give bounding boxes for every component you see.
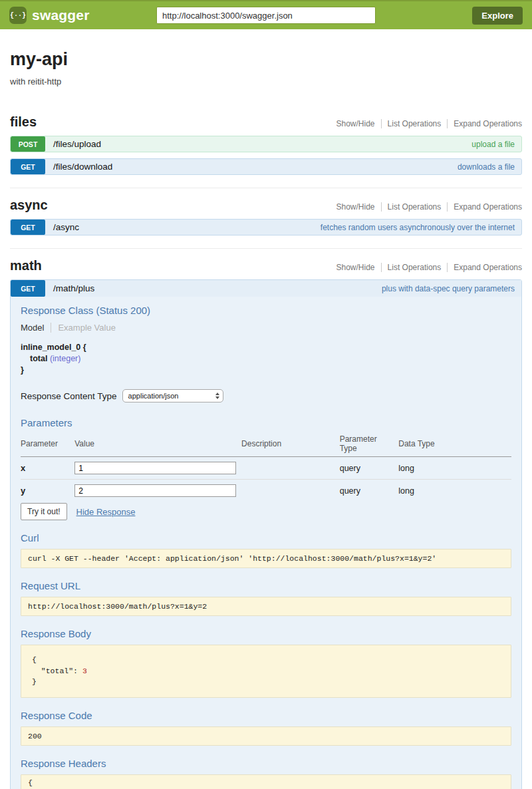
parameter-row-y: y query long xyxy=(21,480,511,502)
operation-summary-link[interactable]: plus with data-spec query parameters xyxy=(375,280,521,297)
column-header-description: Description xyxy=(241,431,340,457)
operation-row[interactable]: POST /files/upload upload a file xyxy=(10,136,522,152)
header-bar: {··} swagger Explore xyxy=(0,0,532,29)
operation-row[interactable]: GET /async fetches random users asynchro… xyxy=(10,219,522,236)
parameters-title: Parameters xyxy=(21,417,511,428)
section-title-async[interactable]: async xyxy=(10,198,48,213)
hide-response-link[interactable]: Hide Response xyxy=(76,507,136,517)
operation-summary-link[interactable]: fetches random users asynchronously over… xyxy=(314,220,521,235)
method-badge: GET xyxy=(11,220,45,235)
section-controls: Show/Hide List Operations Expand Operati… xyxy=(331,202,522,212)
api-description: with reitit-http xyxy=(10,77,522,86)
curl-command: curl -X GET --header 'Accept: applicatio… xyxy=(21,549,511,568)
operation-summary-link[interactable]: downloads a file xyxy=(451,159,521,174)
response-headers-title: Response Headers xyxy=(21,758,511,769)
section-controls: Show/Hide List Operations Expand Operati… xyxy=(331,119,522,128)
json-key: "total": xyxy=(41,667,78,675)
response-body-title: Response Body xyxy=(21,628,511,639)
operation-row[interactable]: GET /math/plus plus with data-spec query… xyxy=(11,280,521,297)
section-files: files Show/Hide List Operations Expand O… xyxy=(10,114,522,188)
swagger-braces-icon: {··} xyxy=(9,7,27,24)
model-open: inline_model_0 { xyxy=(21,342,511,353)
method-badge: POST xyxy=(11,136,45,152)
try-it-out-button[interactable]: Try it out! xyxy=(21,503,67,520)
expand-operations-link[interactable]: Expand Operations xyxy=(447,119,522,128)
section-title-math[interactable]: math xyxy=(10,258,42,273)
operation-panel: Response Class (Status 200) Model Exampl… xyxy=(11,297,521,789)
list-operations-link[interactable]: List Operations xyxy=(381,119,448,128)
param-x-input[interactable] xyxy=(74,462,236,474)
operation-path: /math/plus xyxy=(45,280,102,297)
show-hide-link[interactable]: Show/Hide xyxy=(331,119,381,128)
response-headers-json: { "date": "Sun, 21 Oct 2018 20:07:29 GMT… xyxy=(21,774,511,789)
select-stepper-icon xyxy=(215,393,219,399)
list-operations-link[interactable]: List Operations xyxy=(381,263,448,272)
list-operations-link[interactable]: List Operations xyxy=(381,202,448,212)
column-header-parameter-type: Parameter Type xyxy=(340,431,399,457)
parameter-row-x: x query long xyxy=(21,457,511,480)
brand-text: swagger xyxy=(32,7,90,23)
response-content-type-select[interactable]: application/json xyxy=(122,389,223,402)
model-tabs: Model Example Value xyxy=(21,323,511,333)
response-code-title: Response Code xyxy=(21,710,511,721)
operation-path: /files/download xyxy=(45,159,120,174)
method-badge: GET xyxy=(11,159,45,174)
tab-model[interactable]: Model xyxy=(21,323,51,333)
operation-expanded: GET /math/plus plus with data-spec query… xyxy=(10,279,522,789)
explore-button[interactable]: Explore xyxy=(472,7,523,25)
operation-row[interactable]: GET /files/download downloads a file xyxy=(10,158,522,175)
json-value: 3 xyxy=(82,667,87,675)
response-code-value: 200 xyxy=(21,726,511,746)
param-name: y xyxy=(21,480,74,502)
swagger-logo[interactable]: {··} swagger xyxy=(9,7,90,24)
param-type: query xyxy=(340,480,399,502)
parameters-table: Parameter Value Description Parameter Ty… xyxy=(21,431,511,502)
section-math: math Show/Hide List Operations Expand Op… xyxy=(10,258,522,789)
column-header-data-type: Data Type xyxy=(398,431,511,457)
param-y-input[interactable] xyxy=(74,484,236,497)
section-async: async Show/Hide List Operations Expand O… xyxy=(10,198,522,249)
request-url-title: Request URL xyxy=(21,580,511,591)
expand-operations-link[interactable]: Expand Operations xyxy=(447,202,522,212)
section-controls: Show/Hide List Operations Expand Operati… xyxy=(331,263,522,272)
api-title: my-api xyxy=(10,49,522,70)
show-hide-link[interactable]: Show/Hide xyxy=(331,202,381,212)
param-description xyxy=(241,480,340,502)
column-header-parameter: Parameter xyxy=(21,431,74,457)
operation-summary-link[interactable]: upload a file xyxy=(465,136,521,152)
param-data-type: long xyxy=(398,480,511,502)
operation-path: /async xyxy=(45,220,87,235)
response-class-title: Response Class (Status 200) xyxy=(21,305,511,316)
param-data-type: long xyxy=(398,457,511,480)
show-hide-link[interactable]: Show/Hide xyxy=(331,263,381,272)
section-title-files[interactable]: files xyxy=(10,114,37,130)
param-type: query xyxy=(340,457,399,480)
request-url-value: http://localhost:3000/math/plus?x=1&y=2 xyxy=(21,597,511,616)
operation-path: /files/upload xyxy=(45,136,109,152)
spec-url-input[interactable] xyxy=(156,7,376,24)
selected-content-type: application/json xyxy=(128,392,179,400)
response-content-type-label: Response Content Type xyxy=(21,391,117,401)
tab-example-value[interactable]: Example Value xyxy=(51,323,115,333)
model-prop-name: total xyxy=(30,354,47,363)
method-badge: GET xyxy=(11,280,45,297)
param-description xyxy=(241,457,340,480)
curl-title: Curl xyxy=(21,532,511,544)
expand-operations-link[interactable]: Expand Operations xyxy=(447,263,522,272)
param-name: x xyxy=(21,457,74,480)
response-body-json: { "total": 3 } xyxy=(21,645,511,698)
model-signature: inline_model_0 { total (integer) } xyxy=(21,342,511,376)
model-prop-type: (integer) xyxy=(50,354,81,363)
model-close: } xyxy=(21,365,511,376)
main-content: my-api with reitit-http files Show/Hide … xyxy=(0,49,532,789)
column-header-value: Value xyxy=(74,431,241,457)
